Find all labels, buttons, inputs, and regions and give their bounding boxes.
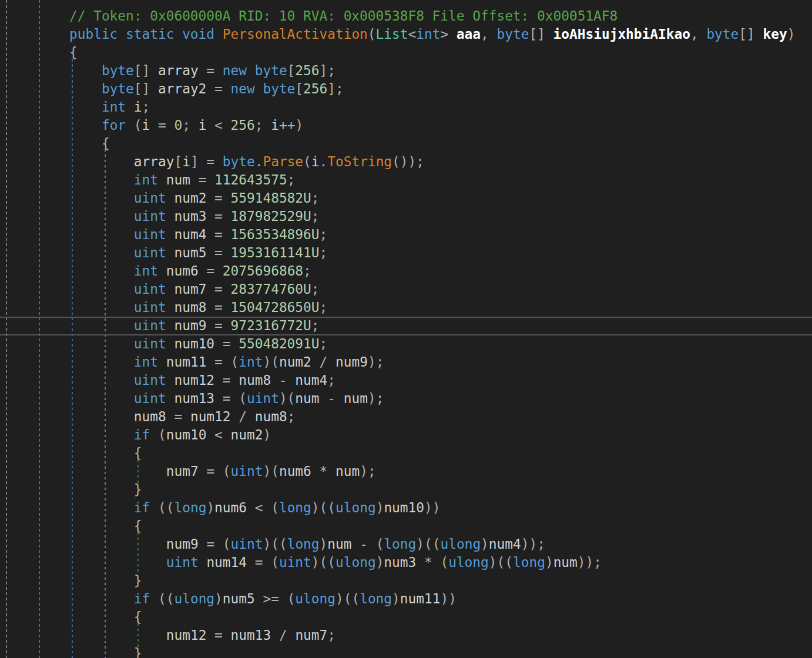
code-token: ; (320, 300, 328, 315)
code-token: - (271, 372, 295, 388)
code-line[interactable]: uint num10 = 550482091U; (0, 334, 812, 352)
code-token: ()); (392, 154, 424, 169)
code-line[interactable]: if ((ulong)num5 >= (ulong)((long)num11)) (0, 589, 812, 607)
code-token: = (166, 409, 190, 424)
code-line[interactable]: uint num4 = 1563534896U; (0, 225, 812, 243)
code-token: [ (174, 154, 182, 169)
code-line[interactable]: uint num13 = (uint)(num - num); (0, 389, 812, 407)
code-token: ToString (327, 154, 392, 169)
code-token: long (287, 536, 320, 552)
code-token: , (690, 26, 706, 42)
code-token: num3 (174, 209, 206, 224)
code-line[interactable]: int num11 = (int)(num2 / num9); (0, 352, 812, 371)
code-token: ; (182, 118, 198, 133)
code-token: ; (303, 263, 311, 278)
code-line[interactable]: uint num2 = 559148582U; (0, 189, 812, 207)
code-line[interactable]: uint num3 = 187982529U; (0, 207, 812, 225)
code-token: PersonalActivation (223, 26, 368, 42)
code-line[interactable]: num9 = (uint)((long)num - (long)((ulong)… (0, 535, 812, 553)
code-line[interactable]: uint num5 = 1953161141U; (0, 243, 812, 261)
code-token: ; (320, 245, 328, 260)
code-token: uint (279, 555, 311, 570)
code-token: ) (376, 500, 384, 515)
code-token: uint (231, 536, 263, 552)
code-token: key (763, 26, 787, 42)
code-token: { (134, 518, 142, 533)
code-line[interactable]: { (0, 444, 812, 462)
code-line[interactable]: public static void PersonalActivation(Li… (0, 25, 812, 43)
code-line[interactable]: { (0, 43, 812, 61)
code-line[interactable]: uint num9 = 972316772U; (0, 316, 812, 334)
code-token: Parse (263, 154, 303, 169)
code-line[interactable]: int i; (0, 98, 812, 116)
code-line[interactable]: int num = 112643575; (0, 170, 812, 189)
code-token: = (206, 227, 230, 242)
code-token: ; (311, 209, 320, 224)
code-line[interactable]: uint num12 = num8 - num4; (0, 371, 812, 389)
current-line-highlight (0, 317, 812, 335)
code-token: uint (134, 190, 175, 206)
code-line[interactable]: } (0, 644, 812, 658)
code-token: )( (263, 464, 279, 479)
code-token: i (134, 99, 142, 115)
code-line[interactable]: int num6 = 2075696868; (0, 261, 812, 280)
code-line[interactable]: uint num14 = (uint)((ulong)num3 * (ulong… (0, 553, 812, 571)
code-token: ++) (279, 118, 303, 133)
code-line[interactable]: } (0, 571, 812, 589)
code-token: num (344, 391, 368, 406)
code-line[interactable]: if (num10 < num2) (0, 425, 812, 444)
code-token: )(( (489, 555, 513, 570)
code-token: uint (134, 245, 175, 260)
code-line[interactable]: num7 = (uint)(num6 * num); (0, 462, 812, 480)
code-token: / (231, 409, 255, 424)
code-token: num14 (206, 555, 247, 570)
code-token: public static void (69, 26, 223, 42)
code-line[interactable]: num8 = num12 / num8; (0, 407, 812, 425)
code-token: = (199, 263, 223, 278)
code-line[interactable]: array[i] = byte.Parse(i.ToString()); (0, 152, 812, 170)
code-token: )); (521, 536, 545, 552)
code-token: ; (311, 281, 320, 297)
code-token: )(( (311, 555, 335, 570)
code-token: } (134, 573, 142, 588)
code-line[interactable]: uint num7 = 283774760U; (0, 280, 812, 298)
code-token: = (206, 627, 230, 643)
code-token: ulong (440, 536, 481, 552)
code-token: ( (368, 26, 376, 42)
code-token: ); (368, 354, 384, 370)
code-token: 2075696868 (223, 263, 303, 278)
code-token: )( (263, 354, 279, 370)
code-line[interactable]: if ((long)num6 < (long)((ulong)num10)) (0, 498, 812, 516)
code-token: 256 (295, 63, 319, 78)
code-token: num6 (214, 500, 247, 515)
code-token: ; (255, 118, 271, 133)
code-token: = (206, 245, 230, 260)
code-token: int (134, 263, 166, 278)
code-line[interactable]: num12 = num13 / num7; (0, 626, 812, 644)
code-token: num (166, 172, 190, 187)
code-token: num12 (174, 372, 214, 388)
code-line[interactable]: byte[] array = new byte[256]; (0, 61, 812, 79)
code-lines[interactable]: // Token: 0x0600000A RID: 10 RVA: 0x0005… (0, 6, 812, 658)
code-line[interactable]: { (0, 134, 812, 152)
code-line[interactable]: } (0, 480, 812, 498)
code-line[interactable]: uint num8 = 1504728650U; (0, 298, 812, 316)
code-line[interactable]: byte[] array2 = new byte[256]; (0, 79, 812, 98)
code-line[interactable]: // Token: 0x0600000A RID: 10 RVA: 0x0005… (0, 6, 812, 25)
code-line[interactable]: { (0, 516, 812, 535)
code-line[interactable]: { (0, 607, 812, 626)
code-token: long (174, 500, 206, 515)
code-token: num8 (255, 409, 287, 424)
code-token: ; (327, 627, 335, 643)
code-token: num6 (279, 464, 311, 479)
code-token: ulong (448, 555, 489, 570)
code-token: byte (706, 26, 739, 42)
code-token: // Token: 0x0600000A RID: 10 RVA: 0x0005… (69, 8, 618, 24)
code-token: . (255, 154, 263, 169)
code-token: = ( (214, 391, 247, 406)
code-token: ) (545, 555, 553, 570)
code-token: > (440, 26, 456, 42)
code-line[interactable]: for (i = 0; i < 256; i++) (0, 116, 812, 134)
code-token: ) (481, 536, 489, 552)
code-token: ; (320, 336, 328, 351)
